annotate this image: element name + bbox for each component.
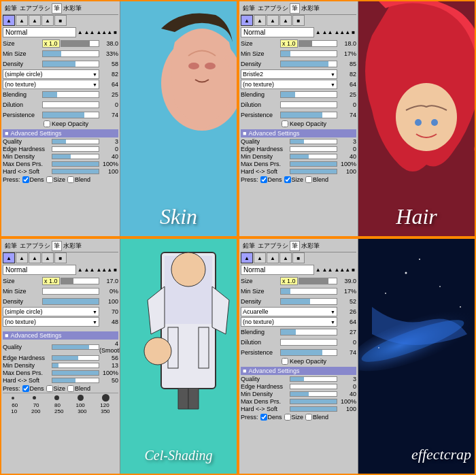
hard-soft-slider[interactable] bbox=[52, 169, 99, 174]
brush-circle-1[interactable] bbox=[33, 396, 36, 399]
size-multiplier[interactable]: x 1.0 bbox=[280, 39, 298, 48]
press-size-checkbox[interactable] bbox=[46, 385, 53, 392]
edge-hardness-slider[interactable] bbox=[52, 146, 99, 152]
brush2-dropdown[interactable]: (no texture)▼ bbox=[241, 80, 337, 89]
tab-エアブラシ[interactable]: エアブラシ bbox=[18, 4, 52, 13]
min-size-slider[interactable] bbox=[280, 288, 337, 295]
keep-opacity-checkbox[interactable] bbox=[44, 120, 50, 127]
brush-circle-3[interactable] bbox=[78, 395, 84, 401]
press-blend-checkbox[interactable] bbox=[305, 176, 312, 183]
brush2-dropdown[interactable]: (no texture)▼ bbox=[3, 317, 99, 327]
brush-shape-4[interactable]: ■ bbox=[292, 252, 305, 263]
size-slider[interactable] bbox=[61, 40, 99, 47]
size-slider[interactable] bbox=[61, 278, 99, 284]
press-dens-checkbox[interactable] bbox=[22, 176, 29, 183]
tab-エアブラシ[interactable]: エアブラシ bbox=[18, 242, 52, 250]
brush-shape-3[interactable]: ▲ bbox=[41, 252, 54, 263]
advanced-settings-header[interactable]: ■Advanced Settings bbox=[241, 367, 356, 375]
min-size-slider[interactable] bbox=[42, 50, 99, 57]
brush1-dropdown[interactable]: Acuarelle▼ bbox=[241, 307, 337, 316]
press-blend-checkbox[interactable] bbox=[305, 414, 312, 421]
quality-slider[interactable] bbox=[52, 139, 99, 144]
press-blend-checkbox[interactable] bbox=[67, 176, 74, 183]
brush-shape-4[interactable]: ■ bbox=[54, 252, 67, 263]
press-dens-checkbox[interactable] bbox=[260, 414, 267, 421]
quality-slider[interactable] bbox=[290, 376, 337, 382]
density-slider[interactable] bbox=[280, 61, 337, 67]
brush-shape-2[interactable]: ▲ bbox=[267, 252, 279, 263]
max-dens-prs-slider[interactable] bbox=[290, 161, 337, 167]
min-density-slider[interactable] bbox=[290, 154, 337, 159]
tab-水彩筆[interactable]: 水彩筆 bbox=[300, 4, 321, 13]
brush-shape-0[interactable]: ▲ bbox=[241, 252, 253, 263]
brush-shape-0[interactable]: ▲ bbox=[3, 15, 15, 26]
min-density-slider[interactable] bbox=[52, 363, 99, 368]
size-multiplier[interactable]: x 1.0 bbox=[42, 277, 60, 285]
brush-shape-0[interactable]: ▲ bbox=[3, 252, 15, 263]
tab-筆[interactable]: 筆 bbox=[290, 3, 300, 14]
brush-shape-3[interactable]: ▲ bbox=[279, 252, 292, 263]
density-slider[interactable] bbox=[42, 61, 99, 67]
brush-circle-4[interactable] bbox=[102, 394, 109, 402]
press-size-checkbox[interactable] bbox=[284, 176, 291, 183]
brush-shape-0[interactable]: ▲ bbox=[241, 15, 253, 26]
preset-label[interactable]: Normal bbox=[241, 265, 314, 275]
min-size-slider[interactable] bbox=[42, 288, 99, 295]
brush-shape-2[interactable]: ▲ bbox=[29, 15, 41, 26]
hard-soft-slider[interactable] bbox=[290, 406, 337, 412]
brush-shape-2[interactable]: ▲ bbox=[29, 252, 41, 263]
persistence-slider[interactable] bbox=[280, 112, 337, 118]
max-dens-prs-slider[interactable] bbox=[290, 399, 337, 404]
max-dens-prs-slider[interactable] bbox=[52, 161, 99, 167]
advanced-settings-header[interactable]: ■Advanced Settings bbox=[241, 129, 356, 137]
persistence-slider[interactable] bbox=[280, 349, 337, 356]
advanced-settings-header[interactable]: ■Advanced Settings bbox=[3, 129, 118, 137]
edge-hardness-slider[interactable] bbox=[290, 146, 337, 152]
blending-slider[interactable] bbox=[280, 329, 337, 335]
max-dens-prs-slider[interactable] bbox=[52, 370, 99, 376]
size-multiplier[interactable]: x 1.0 bbox=[280, 277, 298, 285]
keep-opacity-checkbox[interactable] bbox=[282, 358, 288, 365]
brush-shape-3[interactable]: ▲ bbox=[279, 15, 292, 26]
press-size-checkbox[interactable] bbox=[284, 414, 291, 421]
quality-slider[interactable] bbox=[52, 344, 99, 350]
tab-筆[interactable]: 筆 bbox=[52, 3, 62, 14]
density-slider[interactable] bbox=[42, 298, 99, 305]
dilution-slider[interactable] bbox=[42, 101, 99, 108]
brush-circle-2[interactable] bbox=[54, 395, 59, 400]
brush-shape-1[interactable]: ▲ bbox=[254, 252, 266, 263]
brush1-dropdown[interactable]: Bristle2▼ bbox=[241, 69, 337, 79]
tab-鉛筆[interactable]: 鉛筆 bbox=[3, 242, 18, 250]
brush-circle-0[interactable] bbox=[12, 397, 14, 399]
edge-hardness-slider[interactable] bbox=[52, 355, 99, 361]
size-slider[interactable] bbox=[299, 40, 337, 47]
tab-鉛筆[interactable]: 鉛筆 bbox=[241, 4, 256, 13]
press-size-checkbox[interactable] bbox=[46, 176, 53, 183]
tab-エアブラシ[interactable]: エアブラシ bbox=[256, 4, 290, 13]
brush1-dropdown[interactable]: (simple circle)▼ bbox=[3, 307, 99, 316]
tab-水彩筆[interactable]: 水彩筆 bbox=[62, 4, 83, 13]
edge-hardness-slider[interactable] bbox=[290, 384, 337, 389]
density-slider[interactable] bbox=[280, 298, 337, 305]
preset-label[interactable]: Normal bbox=[3, 27, 76, 37]
press-dens-checkbox[interactable] bbox=[22, 385, 29, 392]
tab-エアブラシ[interactable]: エアブラシ bbox=[256, 242, 290, 250]
size-slider[interactable] bbox=[299, 278, 337, 284]
brush2-dropdown[interactable]: (no texture)▼ bbox=[241, 317, 337, 327]
min-density-slider[interactable] bbox=[52, 154, 99, 159]
blending-slider[interactable] bbox=[280, 91, 337, 98]
press-dens-checkbox[interactable] bbox=[260, 176, 267, 183]
keep-opacity-checkbox[interactable] bbox=[282, 120, 288, 127]
brush1-dropdown[interactable]: (simple circle)▼ bbox=[3, 69, 99, 79]
tab-水彩筆[interactable]: 水彩筆 bbox=[300, 242, 321, 250]
brush-shape-3[interactable]: ▲ bbox=[41, 15, 54, 26]
preset-label[interactable]: Normal bbox=[241, 27, 314, 37]
size-multiplier[interactable]: x 1.0 bbox=[42, 39, 60, 48]
press-blend-checkbox[interactable] bbox=[67, 385, 74, 392]
quality-slider[interactable] bbox=[290, 139, 337, 144]
hard-soft-slider[interactable] bbox=[290, 169, 337, 174]
tab-筆[interactable]: 筆 bbox=[52, 241, 62, 251]
brush-shape-1[interactable]: ▲ bbox=[16, 15, 28, 26]
advanced-settings-header[interactable]: ■Advanced Settings bbox=[3, 331, 118, 340]
brush-shape-4[interactable]: ■ bbox=[292, 15, 305, 26]
